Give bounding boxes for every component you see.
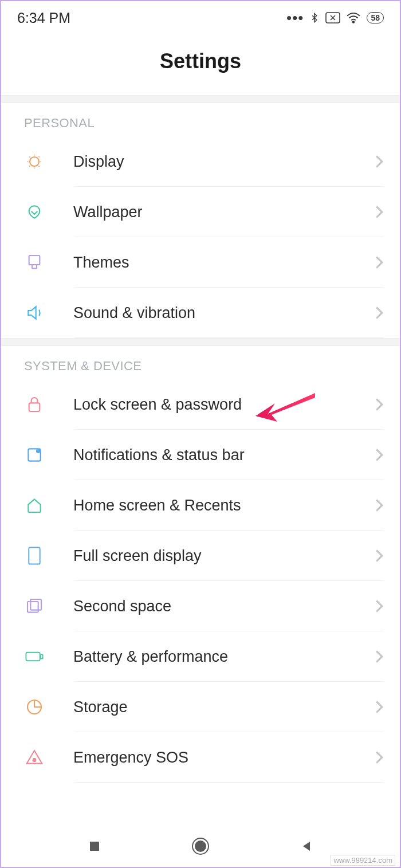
section-header-system: SYSTEM & DEVICE <box>1 346 400 379</box>
settings-item-lock[interactable]: Lock screen & password <box>1 379 400 430</box>
bluetooth-icon <box>309 11 320 25</box>
chevron-right-icon <box>375 548 384 563</box>
themes-icon <box>24 252 45 273</box>
no-sim-icon <box>325 12 340 23</box>
svg-point-6 <box>37 450 40 453</box>
svg-rect-8 <box>27 602 38 612</box>
item-label: Home screen & Recents <box>73 497 375 514</box>
svg-point-16 <box>195 841 206 851</box>
svg-rect-10 <box>26 653 40 661</box>
status-bar: 6:34 PM ••• 58 <box>1 1 400 32</box>
chevron-right-icon <box>375 255 384 270</box>
svg-point-2 <box>30 157 39 166</box>
settings-item-secondspace[interactable]: Second space <box>1 581 400 631</box>
page-header: Settings <box>1 32 400 95</box>
chevron-right-icon <box>375 447 384 462</box>
home-icon <box>24 495 45 516</box>
chevron-right-icon <box>375 599 384 614</box>
item-label: Storage <box>73 698 375 716</box>
svg-rect-7 <box>29 547 40 564</box>
settings-item-sound[interactable]: Sound & vibration <box>1 288 400 338</box>
item-label: Emergency SOS <box>73 749 375 767</box>
chevron-right-icon <box>375 750 384 765</box>
page-title: Settings <box>1 49 400 73</box>
svg-text:S: S <box>33 757 36 763</box>
svg-point-1 <box>353 21 355 23</box>
wallpaper-icon <box>24 202 45 222</box>
settings-list-system: Lock screen & password Notifications & s… <box>1 379 400 783</box>
settings-item-notifications[interactable]: Notifications & status bar <box>1 430 400 480</box>
settings-item-home[interactable]: Home screen & Recents <box>1 480 400 531</box>
chevron-right-icon <box>375 397 384 412</box>
status-time: 6:34 PM <box>17 10 70 26</box>
svg-rect-3 <box>29 256 40 265</box>
svg-rect-9 <box>30 599 41 610</box>
item-label: Wallpaper <box>73 203 375 221</box>
notifications-icon <box>24 445 45 465</box>
sos-icon: S <box>24 747 45 768</box>
storage-icon <box>24 697 45 717</box>
battery-icon <box>24 646 45 667</box>
settings-item-fullscreen[interactable]: Full screen display <box>1 531 400 581</box>
settings-item-display[interactable]: Display <box>1 136 400 187</box>
watermark: www.989214.com <box>331 855 395 866</box>
sound-icon <box>24 303 45 323</box>
wifi-icon <box>346 12 361 23</box>
battery-level: 58 <box>367 12 384 23</box>
nav-home-button[interactable] <box>190 836 211 857</box>
settings-item-storage[interactable]: Storage <box>1 682 400 732</box>
item-label: Themes <box>73 254 375 272</box>
settings-item-themes[interactable]: Themes <box>1 237 400 288</box>
more-dots-icon: ••• <box>286 15 304 21</box>
fullscreen-icon <box>24 545 45 566</box>
secondspace-icon <box>24 596 45 616</box>
settings-item-battery[interactable]: Battery & performance <box>1 631 400 682</box>
svg-rect-4 <box>29 403 40 411</box>
settings-list-personal: Display Wallpaper Themes Sound & vibrati… <box>1 136 400 338</box>
item-label: Battery & performance <box>73 648 375 666</box>
item-label: Lock screen & password <box>73 396 375 414</box>
section-divider <box>1 338 400 346</box>
lock-icon <box>24 394 45 415</box>
chevron-right-icon <box>375 305 384 320</box>
item-label: Display <box>73 153 375 171</box>
svg-rect-11 <box>41 654 43 658</box>
item-label: Sound & vibration <box>73 304 375 322</box>
item-label: Full screen display <box>73 547 375 565</box>
status-icons-group: ••• 58 <box>286 11 384 25</box>
chevron-right-icon <box>375 498 384 513</box>
chevron-right-icon <box>375 649 384 664</box>
section-divider <box>1 95 400 103</box>
chevron-right-icon <box>375 154 384 169</box>
item-label: Second space <box>73 598 375 615</box>
chevron-right-icon <box>375 205 384 219</box>
item-label: Notifications & status bar <box>73 446 375 464</box>
section-header-personal: PERSONAL <box>1 103 400 136</box>
nav-back-button[interactable] <box>296 836 317 857</box>
settings-item-sos[interactable]: S Emergency SOS <box>1 732 400 783</box>
display-icon <box>24 151 45 172</box>
chevron-right-icon <box>375 700 384 714</box>
svg-rect-14 <box>90 842 99 851</box>
settings-item-wallpaper[interactable]: Wallpaper <box>1 187 400 237</box>
nav-recents-button[interactable] <box>84 836 105 857</box>
